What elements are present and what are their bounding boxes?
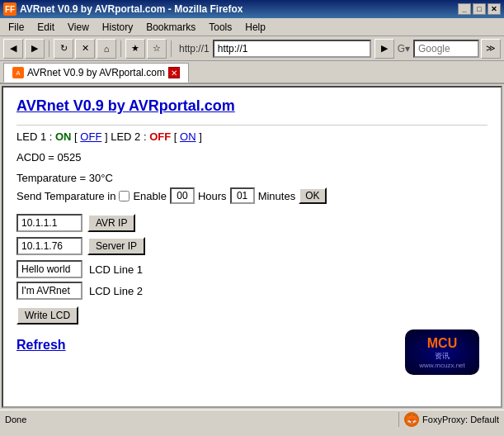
tab-close-button[interactable]: ✕ bbox=[168, 67, 180, 78]
reload-button[interactable]: ↻ bbox=[54, 39, 73, 59]
firefox-icon: 🦊 bbox=[404, 412, 419, 427]
window-title: AVRnet V0.9 by AVRportal.com - Mozilla F… bbox=[20, 3, 243, 15]
menu-file[interactable]: File bbox=[2, 18, 31, 36]
content-area: AVRnet V0.9 by AVRportal.com LED 1 : ON … bbox=[2, 86, 502, 408]
back-button[interactable]: ◀ bbox=[3, 39, 23, 59]
address-input[interactable] bbox=[213, 40, 371, 58]
maximize-button[interactable]: □ bbox=[473, 3, 486, 15]
lcd-line1-label: LCD Line 1 bbox=[89, 263, 143, 276]
hours-input[interactable] bbox=[170, 187, 195, 204]
server-ip-button[interactable]: Server IP bbox=[87, 237, 145, 255]
acd-row: ACD0 = 0525 bbox=[16, 151, 488, 164]
led-row: LED 1 : ON [ OFF ] LED 2 : OFF [ ON ] bbox=[16, 130, 488, 143]
tab-title: AVRnet V0.9 by AVRportal.com bbox=[27, 67, 165, 78]
avr-ip-button[interactable]: AVR IP bbox=[87, 214, 135, 232]
menu-edit[interactable]: Edit bbox=[31, 18, 61, 36]
minutes-input[interactable] bbox=[230, 187, 255, 204]
toolbar-separator-1 bbox=[49, 40, 49, 57]
status-text: Done bbox=[5, 415, 398, 424]
menu-help[interactable]: Help bbox=[238, 18, 272, 36]
status-right: 🦊 FoxyProxy: Default bbox=[398, 412, 499, 427]
write-lcd-button[interactable]: Write LCD bbox=[16, 306, 78, 325]
temp-send-row: Send Temparature in Enable Hours Minutes… bbox=[16, 187, 488, 204]
led2-off-status: OFF bbox=[149, 130, 171, 143]
window-controls[interactable]: _ □ ✕ bbox=[458, 3, 501, 15]
ok-button[interactable]: OK bbox=[299, 187, 326, 204]
address-bar: http://1 ▶ G▾ bbox=[179, 39, 479, 59]
acd-value: ACD0 = 0525 bbox=[16, 151, 81, 164]
hours-label: Hours bbox=[198, 190, 227, 202]
tab-bar: A AVRnet V0.9 by AVRportal.com ✕ bbox=[0, 61, 504, 84]
server-ip-input[interactable] bbox=[16, 237, 82, 255]
temp-row: Temparature = 30°C bbox=[16, 172, 488, 184]
address-label: http://1 bbox=[179, 43, 210, 54]
tab-avrnet[interactable]: A AVRnet V0.9 by AVRportal.com ✕ bbox=[3, 63, 189, 83]
lcd-line2-label: LCD Line 2 bbox=[89, 285, 143, 297]
led-bracket-close-1: ] bbox=[101, 130, 107, 143]
app-icon: FF bbox=[3, 2, 16, 16]
mcu-badge: MCU 资讯 www.mcuzx.net bbox=[405, 329, 479, 375]
forward-button[interactable]: ▶ bbox=[25, 39, 45, 59]
enable-checkbox[interactable] bbox=[119, 191, 130, 201]
menu-history[interactable]: History bbox=[96, 18, 139, 36]
led-bracket-close-2: ] bbox=[196, 130, 202, 143]
menu-bookmarks[interactable]: Bookmarks bbox=[139, 18, 202, 36]
mcu-logo: MCU bbox=[427, 336, 457, 351]
minutes-label: Minutes bbox=[258, 190, 296, 202]
go-button[interactable]: ▶ bbox=[374, 39, 394, 59]
bookmark2-button[interactable]: ☆ bbox=[147, 39, 167, 59]
home-button[interactable]: ⌂ bbox=[97, 39, 116, 59]
lcd-line2-row: LCD Line 2 bbox=[16, 282, 488, 300]
foxyproxy-label: FoxyProxy: Default bbox=[422, 415, 499, 424]
toolbar-separator-2 bbox=[120, 40, 121, 57]
temp-label: Temparature = 30°C bbox=[16, 172, 113, 184]
stop-button[interactable]: ✕ bbox=[75, 39, 95, 59]
led1-off-link[interactable]: OFF bbox=[80, 130, 101, 143]
search-input[interactable] bbox=[413, 40, 479, 58]
lcd-line2-input[interactable] bbox=[16, 282, 82, 300]
title-bar: FF AVRnet V0.9 by AVRportal.com - Mozill… bbox=[0, 0, 504, 18]
more-tools-button[interactable]: ≫ bbox=[481, 39, 501, 59]
mcu-subtitle: 资讯 bbox=[435, 351, 450, 362]
divider-1 bbox=[16, 125, 488, 126]
mcu-url: www.mcuzx.net bbox=[419, 362, 465, 369]
led1-label: LED 1 : bbox=[16, 130, 55, 143]
app-icon-label: FF bbox=[5, 5, 15, 14]
lcd-line1-row: LCD Line 1 bbox=[16, 260, 488, 278]
close-window-button[interactable]: ✕ bbox=[488, 3, 501, 15]
menu-view[interactable]: View bbox=[61, 18, 96, 36]
led2-label: LED 2 : bbox=[111, 130, 149, 143]
avr-ip-input[interactable] bbox=[16, 214, 82, 232]
page-title: AVRnet V0.9 by AVRportal.com bbox=[16, 97, 488, 115]
menu-bar: File Edit View History Bookmarks Tools H… bbox=[0, 18, 504, 36]
lcd-line1-input[interactable] bbox=[16, 260, 82, 278]
write-lcd-row: Write LCD bbox=[16, 303, 488, 325]
google-label: G▾ bbox=[398, 43, 410, 54]
status-bar: Done 🦊 FoxyProxy: Default bbox=[0, 410, 504, 428]
enable-label: Enable bbox=[133, 190, 166, 202]
bookmark-button[interactable]: ★ bbox=[125, 39, 145, 59]
avr-ip-row: AVR IP bbox=[16, 214, 488, 232]
toolbar: ◀ ▶ ↻ ✕ ⌂ ★ ☆ http://1 ▶ G▾ ≫ bbox=[0, 36, 504, 61]
led2-on-link[interactable]: ON bbox=[180, 130, 196, 143]
menu-tools[interactable]: Tools bbox=[202, 18, 238, 36]
server-ip-row: Server IP bbox=[16, 237, 488, 255]
led1-on-status: ON bbox=[55, 130, 72, 143]
send-label: Send Temparature in bbox=[16, 190, 115, 202]
minimize-button[interactable]: _ bbox=[458, 3, 471, 15]
led-bracket-open-2: [ bbox=[174, 130, 180, 143]
tab-icon: A bbox=[12, 67, 24, 78]
toolbar-separator-3 bbox=[171, 40, 172, 57]
